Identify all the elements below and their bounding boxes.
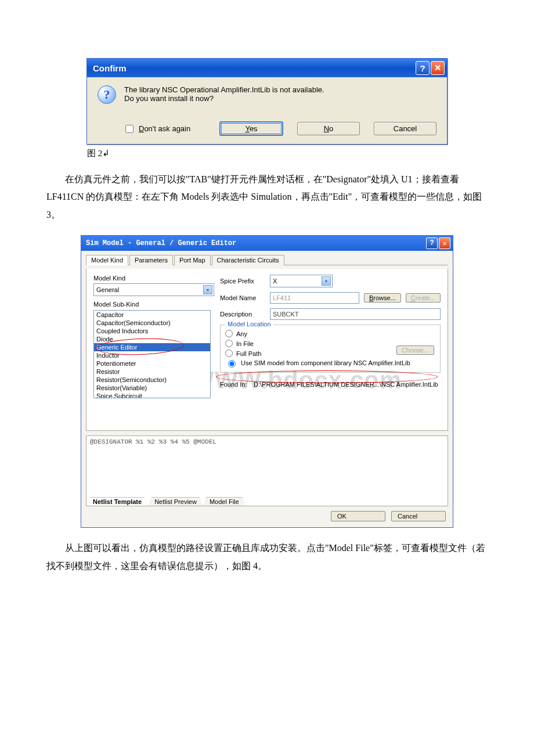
- model-kind-label: Model Kind: [93, 275, 210, 282]
- sim-titlebar: Sim Model - General / Generic Editor ? ✕: [81, 236, 453, 251]
- ok-button[interactable]: OK: [331, 511, 385, 521]
- model-name-input[interactable]: LF411: [270, 292, 359, 304]
- list-item[interactable]: Capacitor: [94, 311, 210, 319]
- browse-button[interactable]: Browse...: [364, 293, 401, 303]
- netlist-template-text: @DESIGNATOR %1 %2 %3 %4 %5 @MODEL: [86, 436, 448, 448]
- confirm-message-line1: The library NSC Operational Amplifier.In…: [124, 85, 324, 94]
- list-item[interactable]: Inductor: [94, 351, 210, 359]
- tab-characteristic-circuits[interactable]: Characteristic Circuits: [212, 255, 284, 265]
- dont-ask-checkbox-input[interactable]: [125, 125, 134, 133]
- cancel-button-2[interactable]: Cancel: [391, 511, 446, 521]
- cancel-button[interactable]: Cancel: [374, 122, 436, 135]
- model-kind-value: General: [96, 286, 119, 293]
- figure-2-caption: 图 2↲: [87, 148, 447, 159]
- close-icon[interactable]: ✕: [439, 237, 450, 249]
- radio-use-sim[interactable]: Use SIM model from component library NSC…: [225, 358, 435, 368]
- spice-prefix-label: Spice Prefix: [220, 278, 265, 285]
- confirm-title: Confirm: [93, 63, 127, 73]
- found-in-label: Found In:: [220, 381, 252, 388]
- model-name-label: Model Name: [220, 294, 265, 301]
- list-item[interactable]: Resistor(Variable): [94, 384, 210, 392]
- tab-parameters[interactable]: Parameters: [129, 255, 173, 265]
- sim-model-dialog: Sim Model - General / Generic Editor ? ✕…: [81, 235, 453, 528]
- chevron-down-icon: ▾: [322, 276, 331, 286]
- description-label: Description: [220, 311, 265, 318]
- list-item[interactable]: Diode: [94, 335, 210, 343]
- question-icon: ?: [98, 85, 116, 104]
- list-item[interactable]: Potentiometer: [94, 359, 210, 368]
- tab-model-kind[interactable]: Model Kind: [86, 255, 128, 265]
- tab-port-map[interactable]: Port Map: [174, 255, 211, 265]
- spice-prefix-select[interactable]: X ▾: [270, 275, 333, 287]
- choose-button[interactable]: Choose...: [396, 345, 434, 355]
- model-location-fieldset: Model Location Any In File Full Path Cho…: [220, 325, 441, 373]
- list-item[interactable]: Generic Editor: [94, 343, 210, 351]
- tab-model-file[interactable]: Model File: [203, 497, 246, 506]
- tab-netlist-preview[interactable]: Netlist Preview: [148, 497, 203, 506]
- paragraph-2: 从上图可以看出，仿真模型的路径设置正确且库成功安装。点击"Model File"…: [46, 539, 488, 575]
- top-tabstrip: Model Kind Parameters Port Map Character…: [86, 254, 448, 265]
- list-item[interactable]: Spice Subcircuit: [94, 392, 210, 398]
- confirm-message-line2: Do you want install it now?: [124, 94, 324, 103]
- list-item[interactable]: Coupled Inductors: [94, 327, 210, 335]
- confirm-message: The library NSC Operational Amplifier.In…: [124, 85, 324, 103]
- chevron-down-icon: ▾: [203, 285, 212, 294]
- help-icon[interactable]: ?: [426, 237, 438, 249]
- sim-title: Sim Model - General / Generic Editor: [86, 239, 236, 247]
- create-button[interactable]: Create...: [406, 293, 441, 303]
- tab-netlist-template[interactable]: Netlist Template: [86, 497, 148, 506]
- model-kind-select[interactable]: General ▾: [93, 283, 214, 296]
- model-subkind-listbox[interactable]: Capacitor Capacitor(Semiconductor) Coupl…: [93, 310, 211, 398]
- netlist-area: @DESIGNATOR %1 %2 %3 %4 %5 @MODEL Netlis…: [86, 435, 448, 506]
- close-icon[interactable]: ✕: [431, 61, 445, 75]
- found-in-row: Found In: D:\PROGRAM FILES\ALTIUM DESIGN…: [220, 381, 441, 388]
- yes-button[interactable]: Yes: [219, 121, 283, 136]
- found-in-value: D:\PROGRAM FILES\ALTIUM DESIGNER...\NSC …: [254, 381, 438, 388]
- model-location-legend: Model Location: [225, 321, 273, 327]
- radio-any[interactable]: Any: [225, 329, 435, 339]
- bottom-tabstrip: Netlist Template Netlist Preview Model F…: [86, 497, 246, 506]
- no-button[interactable]: No: [297, 122, 360, 135]
- dont-ask-checkbox[interactable]: Don't ask again: [123, 123, 205, 135]
- dont-ask-label-rest: on't ask again: [144, 124, 190, 133]
- help-icon[interactable]: ?: [416, 61, 430, 75]
- list-item[interactable]: Resistor(Semiconductor): [94, 376, 210, 384]
- spice-prefix-value: X: [273, 278, 277, 285]
- list-item[interactable]: Capacitor(Semiconductor): [94, 319, 210, 327]
- confirm-titlebar: Confirm ? ✕: [87, 59, 447, 77]
- model-subkind-label: Model Sub-Kind: [93, 301, 210, 308]
- description-input[interactable]: SUBCKT: [270, 308, 441, 320]
- confirm-dialog: Confirm ? ✕ ? The library NSC Operationa…: [86, 58, 448, 145]
- paragraph-1: 在仿真元件之前，我们可以按"TAB"键打开元件属性对话框，在"Designato…: [46, 171, 488, 224]
- list-item[interactable]: Resistor: [94, 368, 210, 376]
